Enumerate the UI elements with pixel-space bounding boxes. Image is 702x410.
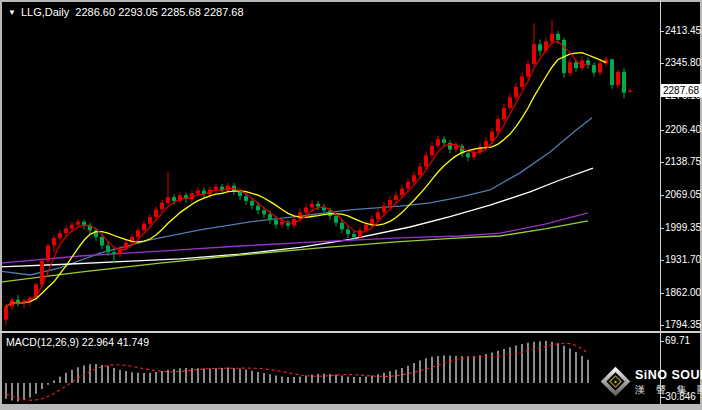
chart-canvas[interactable] — [0, 0, 702, 410]
candle-body — [616, 72, 620, 85]
price-axis-label: 2206.40 — [665, 124, 701, 135]
candle-body — [148, 217, 152, 224]
price-axis-label: 2069.05 — [665, 189, 701, 200]
price-axis-label: 1931.70 — [665, 254, 701, 265]
price-axis-tick — [660, 325, 664, 326]
price-axis-tick — [660, 130, 664, 131]
candle-body — [58, 233, 62, 238]
candle-body — [250, 201, 254, 206]
price-axis-tick — [660, 228, 664, 229]
candle-body — [628, 91, 632, 92]
candle-body — [574, 62, 578, 68]
candle-body — [508, 97, 512, 107]
price-axis-tick — [660, 195, 664, 196]
candle-body — [484, 141, 488, 147]
candle-body — [274, 220, 278, 225]
ma-red-fast — [6, 42, 588, 307]
candle-body — [526, 64, 530, 76]
axis-separator-line — [660, 0, 661, 404]
candle-body — [358, 230, 362, 237]
candle-body — [76, 222, 80, 225]
candle-body — [160, 203, 164, 210]
candle-body — [346, 229, 350, 234]
candle-body — [100, 237, 104, 246]
candle-body — [610, 59, 614, 85]
candle-body — [466, 153, 470, 157]
candle-body — [550, 34, 554, 42]
candle-body — [412, 175, 416, 182]
candle-body — [376, 212, 380, 219]
candle-body — [106, 246, 110, 253]
price-axis-label: 2138.75 — [665, 156, 701, 167]
candle-body — [502, 108, 506, 119]
candle-body — [352, 234, 356, 237]
price-axis-tick — [660, 162, 664, 163]
macd-separator-line[interactable] — [0, 331, 702, 333]
price-axis-tick — [660, 293, 664, 294]
candle-body — [394, 195, 398, 200]
price-axis-tick — [660, 63, 664, 64]
candle-body — [298, 212, 302, 219]
candle-body — [280, 222, 284, 225]
candle-body — [556, 34, 560, 40]
brand-name-chinese: 漢 聲 集 團 — [635, 383, 702, 397]
price-axis-label: 2413.45 — [665, 25, 701, 36]
price-axis-label: 1862.00 — [665, 287, 701, 298]
candle-body — [442, 139, 446, 143]
macd-signal-line — [6, 343, 588, 400]
candle-body — [70, 225, 74, 229]
broker-logo: SiNO SOUND 漢 聲 集 團 — [598, 364, 702, 404]
macd-indicator-label: MACD(12,26,9) 22.964 41.749 — [6, 336, 149, 348]
candle-body — [622, 72, 626, 93]
current-price-tag: 2287.68 — [661, 84, 702, 97]
candle-body — [262, 210, 266, 214]
candle-body — [436, 139, 440, 146]
candle-body — [304, 208, 308, 213]
candle-body — [136, 230, 140, 237]
candle-body — [316, 204, 320, 207]
border-top — [0, 0, 702, 2]
candle-body — [418, 167, 422, 176]
candle-body — [382, 206, 386, 213]
candle-body — [430, 146, 434, 156]
candle-body — [244, 196, 248, 201]
candle-body — [40, 261, 44, 285]
symbol-timeframe-label: LLG,Daily — [21, 6, 69, 18]
candle-body — [496, 119, 500, 131]
candle-body — [490, 132, 494, 142]
candle-body — [388, 200, 392, 206]
candle-body — [196, 191, 200, 194]
candle-body — [214, 187, 218, 190]
candle-body — [598, 63, 602, 72]
candle-body — [520, 77, 524, 87]
border-left — [0, 0, 2, 410]
candle-body — [4, 306, 8, 319]
diamond-gem-icon — [600, 366, 630, 396]
candle-body — [364, 225, 368, 231]
candle-body — [532, 44, 536, 64]
candle-body — [370, 219, 374, 225]
candle-body — [52, 238, 56, 246]
candle-body — [400, 189, 404, 196]
candle-body — [310, 204, 314, 208]
candle-body — [538, 44, 542, 51]
price-axis-label: 1999.35 — [665, 222, 701, 233]
candle-body — [340, 223, 344, 230]
brand-name: SiNO SOUND — [635, 368, 702, 382]
chart-window: ▼LLG,Daily 2286.60 2293.05 2285.68 2287.… — [0, 0, 702, 410]
candle-body — [406, 182, 410, 189]
price-axis-label: 2345.80 — [665, 57, 701, 68]
price-axis-tick — [660, 260, 664, 261]
chart-title: ▼LLG,Daily 2286.60 2293.05 2285.68 2287.… — [8, 6, 244, 18]
candle-body — [256, 206, 260, 211]
price-axis-tick — [660, 31, 664, 32]
symbol-dropdown-icon[interactable]: ▼ — [8, 8, 16, 17]
candle-body — [268, 214, 272, 220]
candle-body — [142, 224, 146, 231]
macd-max-label: 69.71 — [665, 335, 690, 346]
macd-max-tick — [660, 341, 664, 342]
candle-body — [514, 87, 518, 97]
candle-body — [568, 62, 572, 73]
price-axis-label: 1794.35 — [665, 319, 701, 330]
candle-body — [472, 153, 476, 158]
